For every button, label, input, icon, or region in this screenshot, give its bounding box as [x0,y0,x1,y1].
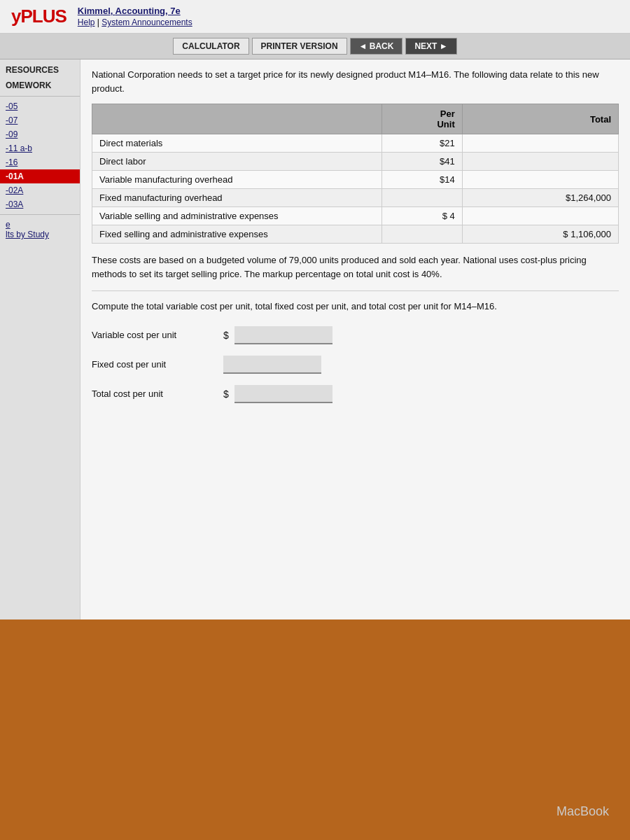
results-link-text: lts by Study [6,230,49,239]
row-label: Direct labor [92,153,382,171]
back-button[interactable]: ◄ BACK [350,38,403,55]
resources-label: RESOURCES [0,62,80,78]
sidebar-item-01a[interactable]: -01A [0,169,80,183]
sub-links: Help | System Announcements [78,18,192,27]
row-label: Fixed manufacturing overhead [92,189,382,207]
logo-main: PLUS [20,6,66,27]
fixed-cost-label: Fixed cost per unit [92,359,218,370]
system-announcements-link[interactable]: System Announcements [102,18,192,27]
total-cost-label: Total cost per unit [92,388,218,399]
total-cost-row: Total cost per unit $ [92,385,619,403]
question-section: Compute the total variable cost per unit… [92,290,619,403]
sidebar: RESOURCES OMEWORK -05 -07 -09 -11 a-b -1… [0,59,80,620]
row-per-unit: $ 4 [382,207,462,225]
sidebar-item-03a[interactable]: -03A [0,197,80,211]
total-cost-dollar: $ [223,388,229,400]
row-label: Variable manufacturing overhead [92,171,382,189]
row-total [462,171,618,189]
col-header-label [92,104,382,134]
row-label: Direct materials [92,134,382,153]
macbook-label: MacBook [556,804,609,819]
row-total: $1,264,000 [462,189,618,207]
variable-cost-dollar: $ [223,330,229,341]
row-per-unit [382,225,462,244]
total-cost-input[interactable] [234,385,332,403]
homework-label: OMEWORK [0,78,80,93]
question-text: Compute the total variable cost per unit… [92,300,619,314]
printer-version-button[interactable]: PRINTER VERSION [252,38,347,55]
row-label: Fixed selling and administrative expense… [92,225,382,244]
results-link-icon: e [6,220,10,230]
variable-cost-row: Variable cost per unit $ [92,326,619,344]
problem-statement: National Corporation needs to set a targ… [92,68,619,95]
row-total [462,153,618,171]
book-edition: Accounting, 7e [115,6,181,16]
main-layout: RESOURCES OMEWORK -05 -07 -09 -11 a-b -1… [0,59,630,620]
sidebar-item-11ab[interactable]: -11 a-b [0,141,80,155]
help-link[interactable]: Help [78,18,95,27]
sidebar-item-02a[interactable]: -02A [0,183,80,197]
row-per-unit: $21 [382,134,462,153]
col-header-total: Total [462,104,618,134]
variable-cost-input[interactable] [234,326,332,344]
table-row: Fixed manufacturing overhead $1,264,000 [92,189,619,207]
row-per-unit [382,189,462,207]
content-area: National Corporation needs to set a targ… [80,59,630,620]
fixed-cost-row: Fixed cost per unit [92,356,619,374]
table-row: Variable manufacturing overhead $14 [92,171,619,189]
note-text: These costs are based on a budgeted volu… [92,253,619,281]
table-row: Variable selling and administrative expe… [92,207,619,225]
sidebar-divider-2 [0,214,80,215]
data-table: PerUnit Total Direct materials $21 Direc… [92,104,619,244]
logo: yPLUS [11,6,66,27]
sidebar-item-09[interactable]: -09 [0,127,80,141]
book-title: Kimmel, Accounting, 7e [78,6,192,16]
sidebar-item-16[interactable]: -16 [0,155,80,169]
logo-prefix: y [11,6,20,27]
row-per-unit: $14 [382,171,462,189]
sidebar-divider [0,96,80,97]
author-name: Kimmel [78,6,111,16]
top-bar: yPLUS Kimmel, Accounting, 7e Help | Syst… [0,0,630,34]
results-by-study-link[interactable]: e lts by Study [0,218,80,241]
table-row: Fixed selling and administrative expense… [92,225,619,244]
fixed-cost-input[interactable] [223,356,321,374]
col-header-per-unit: PerUnit [382,104,462,134]
row-total [462,207,618,225]
sidebar-item-07[interactable]: -07 [0,113,80,127]
row-total: $ 1,106,000 [462,225,618,244]
row-total [462,134,618,153]
table-row: Direct materials $21 [92,134,619,153]
header-links: Kimmel, Accounting, 7e Help | System Ann… [78,6,192,27]
row-label: Variable selling and administrative expe… [92,207,382,225]
sidebar-item-05[interactable]: -05 [0,99,80,113]
next-button[interactable]: NEXT ► [405,38,456,55]
row-per-unit: $41 [382,153,462,171]
variable-cost-label: Variable cost per unit [92,330,218,340]
toolbar: CALCULATOR PRINTER VERSION ◄ BACK NEXT ► [0,34,630,59]
calculator-button[interactable]: CALCULATOR [173,38,248,55]
table-row: Direct labor $41 [92,153,619,171]
book-title-text: , [111,6,115,16]
